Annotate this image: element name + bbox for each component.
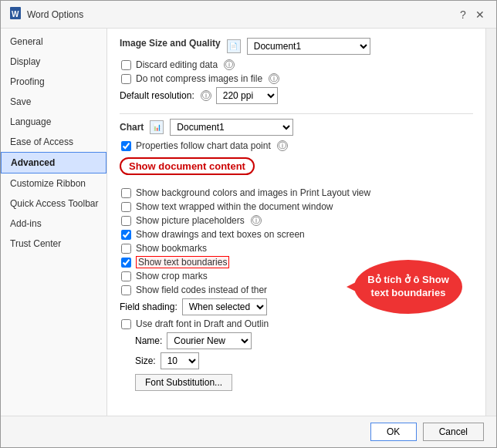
sidebar-item-ease-of-access[interactable]: Ease of Access <box>1 132 106 152</box>
close-button[interactable]: ✕ <box>473 8 487 22</box>
tooltip-text: Bỏ tích ở ô Show text boundaries <box>363 274 453 300</box>
show-picture-placeholders-row: Show picture placeholders ⓘ <box>120 215 473 226</box>
resolution-info-icon: ⓘ <box>201 90 211 101</box>
compress-info-icon: ⓘ <box>269 73 279 84</box>
properties-follow-label: Properties follow chart data point <box>136 140 271 151</box>
show-bookmarks-row: Show bookmarks <box>120 243 473 254</box>
show-doc-content-label: Show document content <box>120 157 255 175</box>
title-bar-left: W Word Options <box>10 7 83 22</box>
show-drawings-label: Show drawings and text boxes on screen <box>136 229 305 240</box>
help-button[interactable]: ? <box>456 8 470 22</box>
use-draft-font-checkbox[interactable] <box>121 319 131 329</box>
show-picture-placeholders-checkbox[interactable] <box>121 216 131 226</box>
image-doc-dropdown[interactable]: Document1 <box>247 38 370 55</box>
discard-editing-label: Discard editing data <box>136 59 218 70</box>
sidebar-item-customize-ribbon[interactable]: Customize Ribbon <box>1 173 106 194</box>
show-text-wrapped-checkbox[interactable] <box>121 202 131 212</box>
divider-1 <box>120 113 473 114</box>
show-bookmarks-checkbox[interactable] <box>121 244 131 254</box>
show-text-boundaries-checkbox[interactable] <box>121 258 131 268</box>
font-size-label: Size: <box>135 355 156 366</box>
show-picture-placeholders-label: Show picture placeholders <box>136 215 245 226</box>
tooltip-balloon: Bỏ tích ở ô Show text boundaries <box>354 260 462 314</box>
discard-editing-checkbox[interactable] <box>121 60 131 70</box>
field-shading-label: Field shading: <box>120 301 178 312</box>
show-drawings-checkbox[interactable] <box>121 230 131 240</box>
default-resolution-label: Default resolution: <box>120 90 194 101</box>
sidebar-item-save[interactable]: Save <box>1 92 106 112</box>
show-drawings-row: Show drawings and text boxes on screen <box>120 229 473 240</box>
sidebar: General Display Proofing Save Language E… <box>1 29 107 416</box>
cancel-button[interactable]: Cancel <box>423 423 484 441</box>
properties-follow-chart-row: Properties follow chart data point ⓘ <box>120 140 473 151</box>
chart-doc-icon: 📊 <box>150 120 164 134</box>
font-size-row: Size: 10 8 9 11 12 <box>120 352 473 369</box>
sidebar-item-proofing[interactable]: Proofing <box>1 72 106 92</box>
show-text-wrapped-label: Show text wrapped within the document wi… <box>136 201 333 212</box>
show-field-codes-checkbox[interactable] <box>121 285 131 295</box>
properties-info-icon: ⓘ <box>277 140 288 151</box>
sidebar-item-quick-access-toolbar[interactable]: Quick Access Toolbar <box>1 194 106 214</box>
dialog-icon: W <box>10 7 22 22</box>
show-crop-marks-label: Show crop marks <box>136 271 208 281</box>
font-size-dropdown[interactable]: 10 8 9 11 12 <box>161 352 199 369</box>
title-bar-controls: ? ✕ <box>456 8 487 22</box>
main-content: Image Size and Quality 📄 Document1 Disca… <box>107 29 485 416</box>
use-draft-font-label: Use draft font in Draft and Outlin <box>136 318 269 329</box>
sidebar-item-general[interactable]: General <box>1 32 106 52</box>
title-bar: W Word Options ? ✕ <box>1 1 496 29</box>
image-size-quality-section: Image Size and Quality 📄 Document1 Disca… <box>120 38 473 104</box>
font-name-dropdown[interactable]: Courier New Arial Times New Roman <box>167 332 252 349</box>
font-name-row: Name: Courier New Arial Times New Roman <box>120 332 473 349</box>
ok-button[interactable]: OK <box>370 423 417 441</box>
image-size-quality-label: Image Size and Quality <box>120 38 221 49</box>
show-text-boundaries-label: Show text boundaries <box>136 257 229 268</box>
picture-placeholder-info-icon: ⓘ <box>251 215 262 226</box>
use-draft-font-row: Use draft font in Draft and Outlin <box>120 318 473 329</box>
sidebar-item-language[interactable]: Language <box>1 112 106 132</box>
sidebar-item-advanced[interactable]: Advanced <box>1 152 106 173</box>
default-resolution-row: Default resolution: ⓘ 220 ppi 96 ppi 150… <box>120 87 473 104</box>
discard-editing-data-row: Discard editing data ⓘ <box>120 59 473 70</box>
word-options-dialog: W Word Options ? ✕ General Display Proof… <box>0 0 497 448</box>
show-bg-colors-row: Show background colors and images in Pri… <box>120 187 473 198</box>
do-not-compress-label: Do not compress images in file <box>136 73 262 84</box>
sidebar-item-add-ins[interactable]: Add-ins <box>1 214 106 234</box>
font-name-label: Name: <box>135 335 162 346</box>
dialog-title: Word Options <box>27 9 83 20</box>
doc-icon-img: 📄 <box>227 39 241 53</box>
dialog-body: General Display Proofing Save Language E… <box>1 29 496 416</box>
discard-editing-info-icon: ⓘ <box>224 59 235 70</box>
resolution-dropdown[interactable]: 220 ppi 96 ppi 150 ppi 330 ppi <box>216 87 278 104</box>
text-boundaries-box: Show text boundaries <box>136 256 229 268</box>
font-substitution-button[interactable]: Font Substitution... <box>135 374 232 391</box>
sidebar-item-display[interactable]: Display <box>1 52 106 72</box>
show-bookmarks-label: Show bookmarks <box>136 243 207 254</box>
sidebar-item-trust-center[interactable]: Trust Center <box>1 234 106 254</box>
field-shading-dropdown[interactable]: When selected Never Always <box>182 298 267 315</box>
chart-label: Chart <box>120 122 144 133</box>
do-not-compress-checkbox[interactable] <box>121 74 131 84</box>
do-not-compress-row: Do not compress images in file ⓘ <box>120 73 473 84</box>
show-bg-colors-checkbox[interactable] <box>121 188 131 198</box>
properties-follow-checkbox[interactable] <box>121 141 131 151</box>
scrollbar[interactable] <box>485 29 496 416</box>
chart-doc-dropdown[interactable]: Document1 <box>170 119 293 136</box>
dialog-footer: OK Cancel <box>1 416 496 447</box>
svg-text:W: W <box>12 10 19 19</box>
show-crop-marks-checkbox[interactable] <box>121 271 131 281</box>
show-field-codes-label: Show field codes instead of ther <box>136 285 267 295</box>
show-text-wrapped-row: Show text wrapped within the document wi… <box>120 201 473 212</box>
show-bg-colors-label: Show background colors and images in Pri… <box>136 187 370 198</box>
chart-section: Chart 📊 Document1 <box>120 119 473 136</box>
